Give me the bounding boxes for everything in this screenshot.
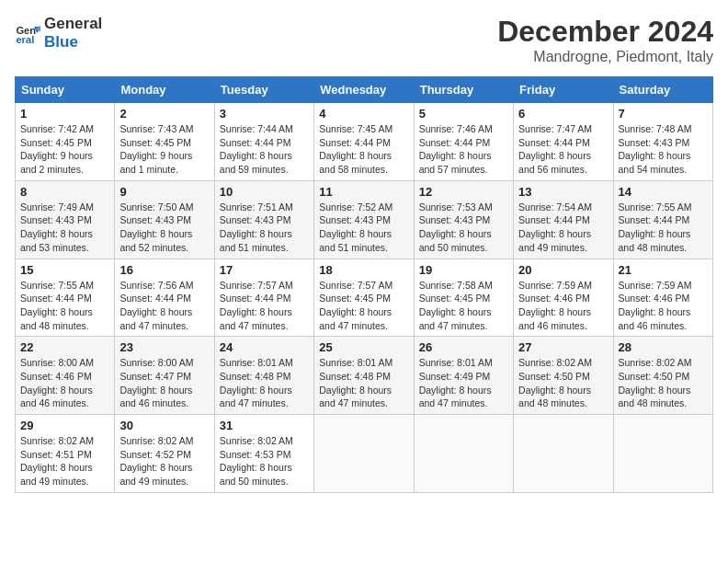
- calendar-header-row: SundayMondayTuesdayWednesdayThursdayFrid…: [16, 77, 713, 103]
- day-info: Sunrise: 7:44 AMSunset: 4:44 PMDaylight:…: [220, 122, 309, 177]
- day-info: Sunrise: 8:01 AMSunset: 4:49 PMDaylight:…: [419, 356, 508, 410]
- day-info: Sunrise: 7:52 AMSunset: 4:43 PMDaylight:…: [319, 201, 408, 255]
- calendar-cell: 27Sunrise: 8:02 AMSunset: 4:50 PMDayligh…: [514, 337, 613, 415]
- calendar-cell: 16Sunrise: 7:56 AMSunset: 4:44 PMDayligh…: [115, 259, 214, 337]
- day-info: Sunrise: 7:59 AMSunset: 4:46 PMDaylight:…: [619, 279, 708, 333]
- calendar-cell: 1Sunrise: 7:42 AMSunset: 4:45 PMDaylight…: [16, 103, 115, 181]
- calendar-week-row: 29Sunrise: 8:02 AMSunset: 4:51 PMDayligh…: [16, 415, 713, 493]
- day-number: 10: [220, 185, 309, 199]
- day-number: 27: [518, 340, 608, 354]
- day-number: 7: [619, 107, 708, 121]
- day-info: Sunrise: 8:00 AMSunset: 4:47 PMDaylight:…: [119, 356, 209, 410]
- calendar-week-row: 1Sunrise: 7:42 AMSunset: 4:45 PMDaylight…: [16, 103, 713, 181]
- header: Gen eral General Blue December 2024 Mand…: [15, 15, 713, 65]
- day-number: 3: [220, 107, 309, 121]
- day-number: 21: [619, 263, 708, 277]
- day-number: 22: [20, 340, 109, 354]
- day-info: Sunrise: 7:51 AMSunset: 4:43 PMDaylight:…: [220, 201, 309, 255]
- calendar-cell: 29Sunrise: 8:02 AMSunset: 4:51 PMDayligh…: [16, 415, 115, 493]
- day-info: Sunrise: 7:55 AMSunset: 4:44 PMDaylight:…: [619, 201, 708, 255]
- day-info: Sunrise: 8:02 AMSunset: 4:53 PMDaylight:…: [220, 434, 309, 488]
- calendar-cell: 4Sunrise: 7:45 AMSunset: 4:44 PMDaylight…: [314, 103, 414, 181]
- calendar-cell: 14Sunrise: 7:55 AMSunset: 4:44 PMDayligh…: [613, 180, 712, 259]
- day-info: Sunrise: 7:50 AMSunset: 4:43 PMDaylight:…: [119, 201, 209, 255]
- calendar-cell: 20Sunrise: 7:59 AMSunset: 4:46 PMDayligh…: [514, 259, 613, 337]
- day-number: 8: [20, 185, 109, 199]
- day-number: 1: [20, 107, 109, 121]
- calendar-cell: 24Sunrise: 8:01 AMSunset: 4:48 PMDayligh…: [214, 337, 313, 415]
- calendar-cell: 22Sunrise: 8:00 AMSunset: 4:46 PMDayligh…: [16, 337, 115, 415]
- col-header-sunday: Sunday: [16, 77, 115, 103]
- calendar-cell: 23Sunrise: 8:00 AMSunset: 4:47 PMDayligh…: [115, 337, 214, 415]
- day-info: Sunrise: 7:48 AMSunset: 4:43 PMDaylight:…: [619, 122, 708, 177]
- calendar-cell: 17Sunrise: 7:57 AMSunset: 4:44 PMDayligh…: [214, 259, 313, 337]
- day-info: Sunrise: 7:57 AMSunset: 4:45 PMDaylight:…: [319, 279, 408, 333]
- calendar-cell: 2Sunrise: 7:43 AMSunset: 4:45 PMDaylight…: [115, 103, 214, 181]
- logo-line1: General: [44, 15, 102, 33]
- svg-text:eral: eral: [16, 34, 34, 45]
- logo-icon: Gen eral: [15, 20, 40, 46]
- day-number: 25: [319, 340, 408, 354]
- calendar-cell: 18Sunrise: 7:57 AMSunset: 4:45 PMDayligh…: [314, 259, 414, 337]
- day-info: Sunrise: 7:58 AMSunset: 4:45 PMDaylight:…: [419, 279, 508, 333]
- title-area: December 2024 Mandrogne, Piedmont, Italy: [497, 15, 713, 65]
- day-number: 23: [119, 340, 209, 354]
- day-info: Sunrise: 8:02 AMSunset: 4:50 PMDaylight:…: [518, 356, 608, 410]
- day-number: 11: [319, 185, 408, 199]
- day-number: 4: [319, 107, 408, 121]
- day-number: 2: [119, 107, 209, 121]
- calendar-cell: 30Sunrise: 8:02 AMSunset: 4:52 PMDayligh…: [115, 415, 214, 493]
- calendar-week-row: 8Sunrise: 7:49 AMSunset: 4:43 PMDaylight…: [16, 180, 713, 259]
- col-header-wednesday: Wednesday: [314, 77, 414, 103]
- calendar-cell: 6Sunrise: 7:47 AMSunset: 4:44 PMDaylight…: [514, 103, 613, 181]
- day-info: Sunrise: 7:47 AMSunset: 4:44 PMDaylight:…: [518, 122, 608, 177]
- day-info: Sunrise: 7:46 AMSunset: 4:44 PMDaylight:…: [419, 122, 508, 177]
- calendar-cell: 5Sunrise: 7:46 AMSunset: 4:44 PMDaylight…: [414, 103, 513, 181]
- day-number: 19: [419, 263, 508, 277]
- calendar-week-row: 15Sunrise: 7:55 AMSunset: 4:44 PMDayligh…: [16, 259, 713, 337]
- day-info: Sunrise: 8:00 AMSunset: 4:46 PMDaylight:…: [20, 356, 109, 410]
- day-info: Sunrise: 7:49 AMSunset: 4:43 PMDaylight:…: [20, 201, 109, 255]
- calendar-week-row: 22Sunrise: 8:00 AMSunset: 4:46 PMDayligh…: [16, 337, 713, 415]
- day-info: Sunrise: 8:02 AMSunset: 4:51 PMDaylight:…: [20, 434, 109, 488]
- day-number: 13: [518, 185, 608, 199]
- day-number: 24: [220, 340, 309, 354]
- day-number: 20: [518, 263, 608, 277]
- day-number: 14: [619, 185, 708, 199]
- day-info: Sunrise: 7:45 AMSunset: 4:44 PMDaylight:…: [319, 122, 408, 177]
- day-number: 26: [419, 340, 508, 354]
- calendar-cell: 25Sunrise: 8:01 AMSunset: 4:48 PMDayligh…: [314, 337, 414, 415]
- calendar-cell: 12Sunrise: 7:53 AMSunset: 4:43 PMDayligh…: [414, 180, 513, 259]
- day-info: Sunrise: 8:02 AMSunset: 4:52 PMDaylight:…: [119, 434, 209, 488]
- calendar-cell: 8Sunrise: 7:49 AMSunset: 4:43 PMDaylight…: [16, 180, 115, 259]
- calendar-cell: [414, 415, 513, 493]
- calendar-cell: [314, 415, 414, 493]
- day-info: Sunrise: 7:57 AMSunset: 4:44 PMDaylight:…: [220, 279, 309, 333]
- day-info: Sunrise: 8:02 AMSunset: 4:50 PMDaylight:…: [619, 356, 708, 410]
- col-header-saturday: Saturday: [613, 77, 712, 103]
- calendar-cell: 9Sunrise: 7:50 AMSunset: 4:43 PMDaylight…: [115, 180, 214, 259]
- logo-line2: Blue: [44, 33, 102, 52]
- day-number: 15: [20, 263, 109, 277]
- day-info: Sunrise: 7:55 AMSunset: 4:44 PMDaylight:…: [20, 279, 109, 333]
- calendar-cell: 26Sunrise: 8:01 AMSunset: 4:49 PMDayligh…: [414, 337, 513, 415]
- day-number: 29: [20, 419, 109, 432]
- day-number: 28: [619, 340, 708, 354]
- day-info: Sunrise: 8:01 AMSunset: 4:48 PMDaylight:…: [319, 356, 408, 410]
- calendar-title: December 2024: [497, 15, 713, 49]
- calendar-table: SundayMondayTuesdayWednesdayThursdayFrid…: [15, 76, 713, 493]
- day-number: 6: [518, 107, 608, 121]
- logo: Gen eral General Blue: [15, 15, 102, 51]
- day-info: Sunrise: 7:42 AMSunset: 4:45 PMDaylight:…: [20, 122, 109, 177]
- calendar-cell: 11Sunrise: 7:52 AMSunset: 4:43 PMDayligh…: [314, 180, 414, 259]
- calendar-cell: 10Sunrise: 7:51 AMSunset: 4:43 PMDayligh…: [214, 180, 313, 259]
- day-info: Sunrise: 7:43 AMSunset: 4:45 PMDaylight:…: [119, 122, 209, 177]
- calendar-cell: 3Sunrise: 7:44 AMSunset: 4:44 PMDaylight…: [214, 103, 313, 181]
- col-header-thursday: Thursday: [414, 77, 513, 103]
- day-info: Sunrise: 7:53 AMSunset: 4:43 PMDaylight:…: [419, 201, 508, 255]
- col-header-friday: Friday: [514, 77, 613, 103]
- calendar-cell: 19Sunrise: 7:58 AMSunset: 4:45 PMDayligh…: [414, 259, 513, 337]
- day-info: Sunrise: 8:01 AMSunset: 4:48 PMDaylight:…: [220, 356, 309, 410]
- calendar-cell: 13Sunrise: 7:54 AMSunset: 4:44 PMDayligh…: [514, 180, 613, 259]
- calendar-cell: 7Sunrise: 7:48 AMSunset: 4:43 PMDaylight…: [613, 103, 712, 181]
